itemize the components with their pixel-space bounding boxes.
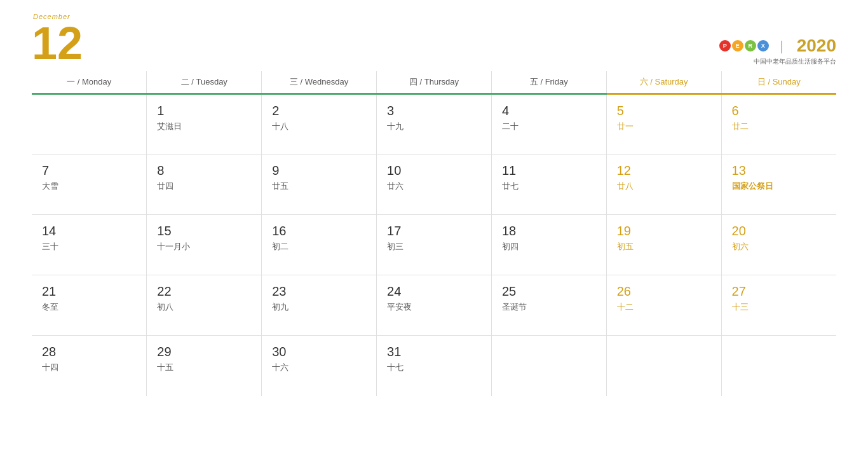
day-number-cell: 16 [272, 224, 370, 238]
calendar-cell [721, 336, 836, 396]
day-sub-label: 廿七 [502, 181, 600, 192]
calendar-cell: 17初三 [377, 215, 492, 275]
header: December 12 P E R X ｜ 2020 中国中老年品质生活服务平台 [32, 13, 836, 66]
calendar-cell: 31十七 [377, 336, 492, 396]
circle-x: X [757, 40, 769, 52]
calendar-cell: 6廿二 [721, 94, 836, 155]
day-number-cell: 23 [272, 284, 370, 299]
calendar-week-row: 14三十15十一月小16初二17初三18初四19初五20初六 [32, 215, 836, 275]
day-number-cell: 1 [157, 104, 255, 118]
day-sub-label: 二十 [502, 121, 600, 132]
day-sub-label: 三十 [42, 241, 140, 252]
day-number-cell: 29 [157, 345, 255, 359]
calendar-cell: 2十八 [262, 94, 377, 155]
day-sub-label: 十七 [387, 362, 485, 373]
day-sub-label: 平安夜 [387, 301, 485, 313]
weekday-monday: 一 / Monday [32, 71, 147, 94]
day-sub-label: 廿一 [617, 121, 715, 132]
weekday-header-row: 一 / Monday 二 / Tuesday 三 / Wednesday 四 /… [32, 71, 836, 94]
calendar-cell: 10廿六 [377, 155, 492, 215]
day-sub-label: 十二 [617, 301, 715, 313]
day-number-cell: 21 [42, 284, 140, 299]
calendar-cell: 24平安夜 [377, 275, 492, 336]
calendar-body: 1艾滋日2十八3十九4二十5廿一6廿二7大雪8廿四9廿五10廿六11廿七12廿八… [32, 94, 836, 396]
day-number-cell: 13 [732, 163, 830, 178]
weekday-saturday: 六 / Saturday [606, 71, 721, 94]
calendar-cell [606, 336, 721, 396]
day-number-cell: 28 [42, 345, 140, 359]
day-number-cell: 27 [732, 284, 830, 299]
day-sub-label: 十六 [272, 362, 370, 373]
day-number-cell: 2 [272, 104, 370, 118]
circle-e: E [732, 40, 743, 52]
weekday-friday: 五 / Friday [491, 71, 606, 94]
calendar-table: 一 / Monday 二 / Tuesday 三 / Wednesday 四 /… [32, 71, 836, 396]
day-number-cell: 4 [502, 104, 600, 118]
day-sub-label: 大雪 [42, 181, 140, 192]
calendar-week-row: 1艾滋日2十八3十九4二十5廿一6廿二 [32, 94, 836, 155]
brand-name: 中国中老年品质生活服务平台 [754, 57, 836, 66]
calendar-cell: 16初二 [262, 215, 377, 275]
day-sub-label: 十四 [42, 362, 140, 373]
day-sub-label: 十一月小 [157, 241, 255, 252]
calendar-week-row: 7大雪8廿四9廿五10廿六11廿七12廿八13国家公祭日 [32, 155, 836, 215]
day-sub-label: 廿二 [732, 121, 830, 132]
day-number-cell: 15 [157, 224, 255, 238]
calendar-cell [32, 94, 147, 155]
day-sub-label: 冬至 [42, 301, 140, 313]
calendar-cell: 21冬至 [32, 275, 147, 336]
calendar-cell: 4二十 [491, 94, 606, 155]
separator: ｜ [775, 38, 788, 55]
calendar-cell: 18初四 [491, 215, 606, 275]
day-sub-label: 艾滋日 [157, 121, 255, 132]
day-sub-label: 十八 [272, 121, 370, 132]
calendar-cell: 20初六 [721, 215, 836, 275]
weekday-thursday: 四 / Thursday [377, 71, 492, 94]
calendar-cell: 3十九 [377, 94, 492, 155]
calendar-cell: 30十六 [262, 336, 377, 396]
weekday-sunday: 日 / Sunday [721, 71, 836, 94]
calendar-cell: 7大雪 [32, 155, 147, 215]
calendar-week-row: 28十四29十五30十六31十七 [32, 336, 836, 396]
day-sub-label: 廿五 [272, 181, 370, 192]
weekday-tuesday: 二 / Tuesday [147, 71, 262, 94]
day-number-cell: 5 [617, 104, 715, 118]
day-number-cell: 31 [387, 345, 485, 359]
day-number-cell: 8 [157, 163, 255, 178]
calendar-week-row: 21冬至22初八23初九24平安夜25圣诞节26十二27十三 [32, 275, 836, 336]
calendar-cell: 28十四 [32, 336, 147, 396]
day-sub-label: 初九 [272, 301, 370, 313]
day-sub-label: 初八 [157, 301, 255, 313]
day-number: 12 [32, 20, 83, 66]
calendar-cell: 23初九 [262, 275, 377, 336]
calendar-cell: 13国家公祭日 [721, 155, 836, 215]
day-sub-label: 初四 [502, 241, 600, 252]
day-number-cell: 9 [272, 163, 370, 178]
day-sub-label: 国家公祭日 [732, 181, 830, 192]
day-number-cell: 12 [617, 163, 715, 178]
calendar-cell: 27十三 [721, 275, 836, 336]
day-number-cell: 17 [387, 224, 485, 238]
calendar-cell: 1艾滋日 [147, 94, 262, 155]
date-block: December 12 [32, 13, 83, 66]
calendar-cell: 9廿五 [262, 155, 377, 215]
logo-circles: P E R X [719, 40, 769, 52]
day-number-cell: 20 [732, 224, 830, 238]
day-sub-label: 初六 [732, 241, 830, 252]
day-number-cell: 10 [387, 163, 485, 178]
calendar-cell: 14三十 [32, 215, 147, 275]
calendar-cell: 11廿七 [491, 155, 606, 215]
day-number-cell: 14 [42, 224, 140, 238]
calendar-cell: 29十五 [147, 336, 262, 396]
calendar-cell [491, 336, 606, 396]
day-sub-label: 廿八 [617, 181, 715, 192]
day-sub-label: 廿四 [157, 181, 255, 192]
year-text: 2020 [797, 36, 836, 56]
day-number-cell: 25 [502, 284, 600, 299]
calendar-page: December 12 P E R X ｜ 2020 中国中老年品质生活服务平台… [0, 0, 868, 468]
calendar-cell: 8廿四 [147, 155, 262, 215]
day-number-cell: 11 [502, 163, 600, 178]
day-sub-label: 廿六 [387, 181, 485, 192]
day-number-cell: 3 [387, 104, 485, 118]
circle-r: R [745, 40, 756, 52]
